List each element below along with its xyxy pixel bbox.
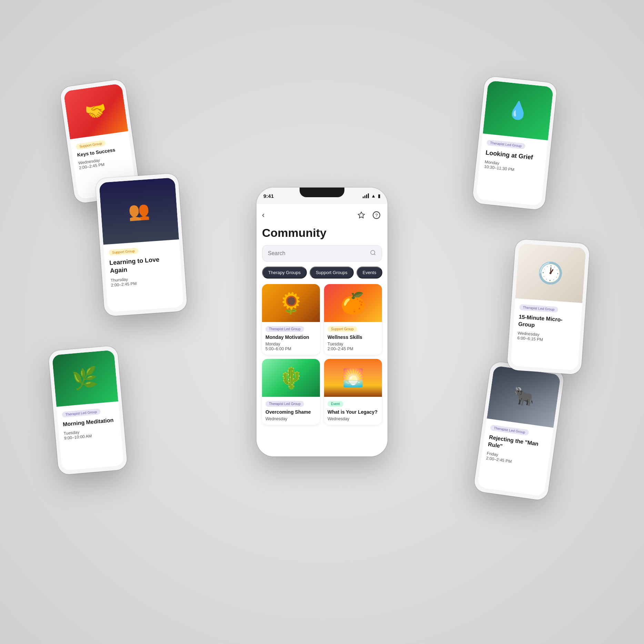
card-title: What is Your Legacy? [328, 409, 379, 415]
phone-man-rule: Therapist Led Group Rejecting the "Man R… [473, 361, 565, 501]
card-image-sunset [324, 359, 382, 397]
search-icon [370, 250, 376, 257]
wifi-icon: ▲ [371, 193, 376, 199]
side-screen: Therapist Led Group 15-Minute Micro-Grou… [511, 243, 586, 371]
help-button[interactable]: ? [371, 210, 382, 221]
card-badge: Support Group [109, 248, 139, 256]
card-badge: Therapist Led Group [519, 304, 558, 313]
card-what-is-your-legacy[interactable]: Event What is Your Legacy? Wednesday [324, 359, 382, 425]
tab-therapy-groups[interactable]: Therapy Groups [262, 266, 307, 279]
card-image-clock [515, 243, 586, 303]
svg-text:?: ? [375, 213, 378, 218]
card-badge: Therapist Led Group [486, 140, 525, 150]
card-title: Learning to Love Again [109, 254, 177, 275]
card-image-bull [487, 365, 561, 428]
main-phone: 9:41 ▲ ▮ ‹ [256, 188, 388, 456]
card-body: Therapist Led Group Monday Motivation Mo… [262, 322, 320, 355]
side-card: Therapist Led Group 15-Minute Micro-Grou… [511, 243, 586, 371]
card-badge-support: Support Group [328, 326, 357, 332]
main-app-content: ‹ ? [256, 204, 388, 456]
card-title: Monday Motivation [265, 334, 316, 340]
battery-icon: ▮ [378, 193, 381, 199]
tab-support-groups[interactable]: Support Groups [310, 266, 354, 279]
header-actions: ? [356, 210, 382, 221]
time-display: 9:41 [263, 193, 274, 199]
filter-tabs: Therapy Groups Support Groups Events [262, 266, 382, 279]
side-card: Therapist Led Group Rejecting the "Man R… [477, 365, 561, 496]
phone-learning-to-love: Support Group Learning to Love Again Thu… [95, 173, 187, 316]
tab-events[interactable]: Events [356, 266, 383, 279]
status-icons: ▲ ▮ [363, 193, 381, 199]
card-image-silhouette [99, 178, 179, 245]
card-time: 5:00–6:00 PM [265, 346, 316, 351]
side-card: Support Group Learning to Love Again Thu… [99, 178, 184, 312]
main-screen: ‹ ? [256, 204, 388, 456]
side-card-body: Therapist Led Group Morning Meditation T… [57, 401, 124, 471]
card-image-sunflower [262, 284, 320, 322]
back-button[interactable]: ‹ [262, 211, 264, 220]
side-card-body: Therapist Led Group Looking at Grief Mon… [476, 133, 548, 206]
search-input[interactable] [268, 250, 370, 256]
card-time: 2:00–2:45 PM [328, 346, 379, 351]
card-title: Overcoming Shame [265, 409, 316, 415]
card-body: Therapist Led Group Overcoming Shame Wed… [262, 397, 320, 425]
cards-grid: Therapist Led Group Monday Motivation Mo… [262, 284, 382, 425]
main-header: ‹ ? [262, 210, 382, 221]
page-title: Community [262, 226, 382, 240]
card-title: 15-Minute Micro-Group [518, 313, 576, 332]
signal-icon [363, 193, 369, 198]
card-image-hands [63, 83, 128, 139]
svg-point-3 [371, 250, 375, 254]
side-screen: Therapist Led Group Looking at Grief Mon… [476, 80, 553, 206]
svg-line-4 [374, 254, 375, 255]
card-day: Wednesday [328, 416, 379, 421]
card-badge: Therapist Led Group [490, 424, 529, 435]
card-badge: Therapist Led Group [62, 409, 101, 418]
side-card: Therapist Led Group Morning Meditation T… [52, 350, 124, 471]
bookmark-button[interactable] [356, 210, 367, 221]
card-badge-event: Event [328, 401, 343, 407]
svg-marker-0 [358, 212, 364, 218]
scene: 9:41 ▲ ▮ ‹ [0, 0, 644, 644]
card-image-green-drops [483, 80, 553, 140]
side-card: Therapist Led Group Looking at Grief Mon… [476, 80, 553, 206]
card-title: Wellness Skills [328, 334, 379, 340]
side-screen: Support Group Learning to Love Again Thu… [99, 178, 184, 312]
card-wellness-skills[interactable]: Support Group Wellness Skills Tuesday 2:… [324, 284, 382, 355]
card-image-cactus [262, 359, 320, 397]
card-overcoming-shame[interactable]: Therapist Led Group Overcoming Shame Wed… [262, 359, 320, 425]
card-day: Monday [265, 342, 316, 346]
side-screen: Therapist Led Group Rejecting the "Man R… [477, 365, 561, 496]
side-card-body: Therapist Led Group 15-Minute Micro-Grou… [511, 298, 582, 370]
phone-micro-group: Therapist Led Group 15-Minute Micro-Grou… [507, 239, 590, 375]
side-card-body: Therapist Led Group Rejecting the "Man R… [477, 419, 553, 496]
card-body: Event What is Your Legacy? Wednesday [324, 397, 382, 425]
notch [300, 188, 344, 197]
card-image-citrus [324, 284, 382, 322]
card-image-leaf [52, 350, 118, 407]
card-title: Morning Meditation [62, 416, 115, 428]
card-monday-motivation[interactable]: Therapist Led Group Monday Motivation Mo… [262, 284, 320, 355]
card-day: Wednesday [265, 416, 316, 421]
phone-looking-at-grief: Therapist Led Group Looking at Grief Mon… [472, 76, 557, 210]
phone-morning-meditation: Therapist Led Group Morning Meditation T… [48, 345, 128, 475]
search-bar[interactable] [262, 245, 382, 262]
card-badge-therapist: Therapist Led Group [265, 326, 304, 332]
side-screen: Therapist Led Group Morning Meditation T… [52, 350, 124, 471]
card-day: Tuesday [328, 342, 379, 346]
side-card-body: Support Group Learning to Love Again Thu… [103, 239, 184, 312]
card-badge-therapist: Therapist Led Group [265, 401, 304, 407]
card-body: Support Group Wellness Skills Tuesday 2:… [324, 322, 382, 355]
status-bar: 9:41 ▲ ▮ [256, 188, 388, 204]
